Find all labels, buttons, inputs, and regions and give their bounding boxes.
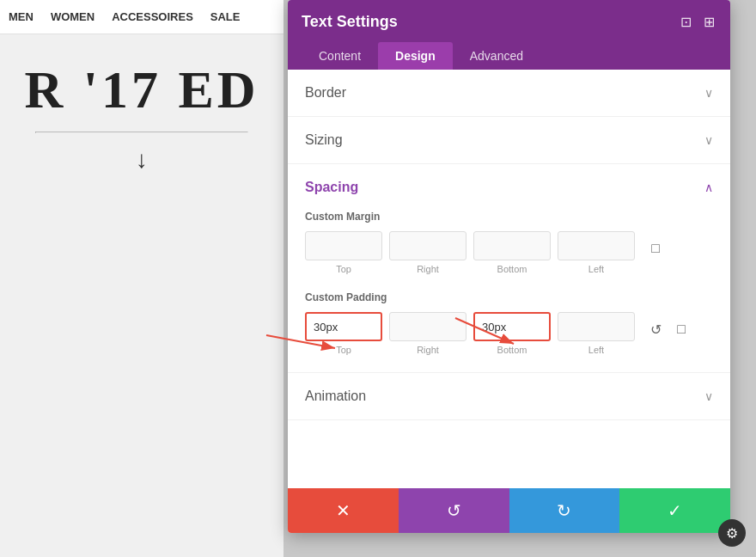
cancel-button[interactable]: ✕: [288, 488, 399, 533]
spacing-section-content: Custom Margin Top Right Bott: [288, 211, 730, 372]
padding-top-label: Top: [336, 345, 351, 355]
text-settings-panel: Text Settings ⊡ ⊞ Content Design Advance…: [288, 0, 730, 533]
panel-header-icons: ⊡ ⊞: [679, 12, 716, 32]
padding-mobile-icon[interactable]: □: [671, 319, 692, 340]
padding-bottom-input[interactable]: [473, 312, 551, 341]
animation-section-header[interactable]: Animation ∨: [288, 373, 730, 419]
panel-title: Text Settings: [302, 13, 398, 31]
sizing-section-header[interactable]: Sizing ∨: [288, 117, 730, 163]
hero-arrow: ↓: [9, 146, 275, 174]
margin-bottom-label: Bottom: [497, 264, 527, 274]
nav-item-men: MEN: [9, 10, 34, 23]
minimize-button[interactable]: ⊡: [679, 12, 693, 32]
undo-button[interactable]: ↺: [399, 488, 509, 533]
sizing-chevron-icon: ∨: [704, 133, 713, 147]
nav-item-sale: SALE: [210, 10, 241, 23]
margin-right-label: Right: [417, 264, 439, 274]
padding-input-row: Top Right Bottom Left: [305, 312, 635, 355]
animation-chevron-icon: ∨: [704, 389, 713, 403]
margin-left-label: Left: [588, 264, 604, 274]
animation-section-title: Animation: [305, 389, 366, 404]
custom-margin-label: Custom Margin: [305, 211, 713, 223]
divi-settings-icon[interactable]: ⚙: [718, 519, 746, 547]
undo-icon: ↺: [447, 500, 461, 521]
margin-bottom-input[interactable]: [473, 231, 551, 260]
margin-left-input[interactable]: [558, 231, 635, 260]
save-icon: ✓: [668, 500, 682, 521]
hero-text: R '17 ED: [9, 60, 275, 119]
panel-header: Text Settings ⊡ ⊞ Content Design Advance…: [288, 0, 730, 70]
margin-mobile-icon[interactable]: □: [645, 238, 666, 259]
margin-top-label: Top: [336, 264, 351, 274]
border-chevron-icon: ∨: [704, 86, 713, 100]
border-section-title: Border: [305, 85, 346, 101]
padding-bottom-group: Bottom: [473, 312, 551, 355]
margin-top-input[interactable]: [305, 231, 382, 260]
nav-item-accessoires: ACCESSOIRES: [112, 10, 193, 23]
cancel-icon: ✕: [336, 500, 351, 521]
redo-button[interactable]: ↻: [509, 488, 620, 533]
padding-right-input[interactable]: [389, 312, 466, 341]
panel-footer: ✕ ↺ ↻ ✓: [288, 488, 730, 533]
margin-right-input[interactable]: [389, 231, 466, 260]
animation-section: Animation ∨: [288, 373, 730, 420]
spacing-section-title: Spacing: [305, 180, 358, 195]
border-section: Border ∨: [288, 70, 730, 117]
padding-right-label: Right: [417, 345, 439, 355]
spacing-section-header[interactable]: Spacing ∧: [288, 164, 730, 211]
tab-design[interactable]: Design: [378, 42, 453, 70]
margin-input-row: Top Right Bottom Left: [305, 231, 635, 274]
margin-left-group: Left: [558, 231, 635, 274]
margin-bottom-group: Bottom: [473, 231, 551, 274]
sizing-section: Sizing ∨: [288, 117, 730, 164]
hero-divider: [35, 132, 248, 133]
tab-advanced[interactable]: Advanced: [453, 42, 540, 70]
border-section-header[interactable]: Border ∨: [288, 70, 730, 116]
panel-header-top: Text Settings ⊡ ⊞: [302, 12, 716, 32]
padding-left-group: Left: [558, 312, 635, 355]
panel-tabs: Content Design Advanced: [302, 42, 716, 70]
custom-padding-label: Custom Padding: [305, 291, 713, 303]
padding-reset-icon[interactable]: ↺: [645, 319, 666, 340]
spacing-chevron-icon: ∧: [704, 181, 713, 194]
margin-right-group: Right: [389, 231, 466, 274]
divi-icon-symbol: ⚙: [726, 525, 738, 542]
padding-right-group: Right: [389, 312, 466, 355]
padding-top-group: Top: [305, 312, 382, 355]
panel-body: Border ∨ Sizing ∨ Spacing ∧ Custom Margi…: [288, 70, 730, 488]
padding-bottom-label: Bottom: [497, 345, 527, 355]
padding-left-input[interactable]: [558, 312, 635, 341]
margin-icons: □: [645, 238, 666, 274]
margin-top-group: Top: [305, 231, 382, 274]
spacing-section: Spacing ∧ Custom Margin Top Right: [288, 164, 730, 373]
padding-icons: ↺ □: [645, 319, 692, 355]
padding-left-label: Left: [588, 345, 604, 355]
sizing-section-title: Sizing: [305, 132, 343, 148]
save-button[interactable]: ✓: [619, 488, 730, 533]
nav-item-women: WOMEN: [51, 10, 94, 23]
website-nav: MEN WOMEN ACCESSOIRES SALE: [0, 0, 284, 34]
redo-icon: ↻: [557, 500, 571, 521]
website-background: MEN WOMEN ACCESSOIRES SALE R '17 ED ↓: [0, 0, 284, 557]
padding-top-input[interactable]: [305, 312, 382, 341]
tab-content[interactable]: Content: [302, 42, 378, 70]
website-hero: R '17 ED ↓: [0, 34, 284, 191]
expand-button[interactable]: ⊞: [702, 12, 716, 32]
